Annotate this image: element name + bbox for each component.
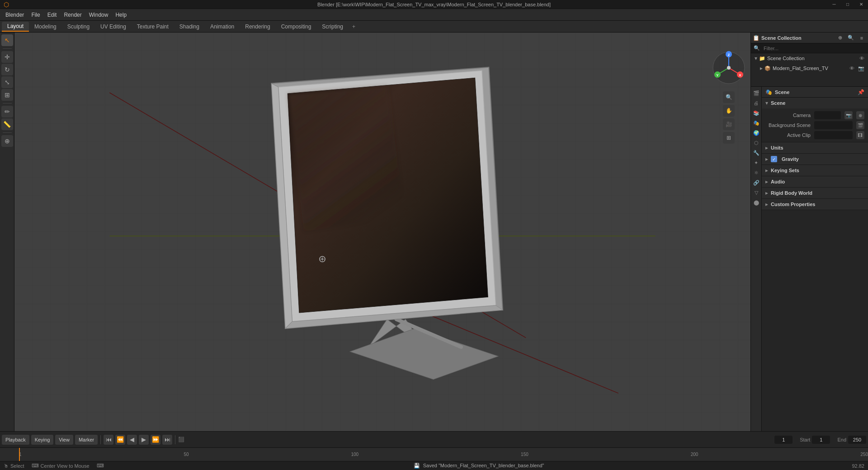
svg-marker-4 — [350, 329, 498, 380]
visibility-icon[interactable]: 👁 — [859, 56, 864, 61]
tab-scripting[interactable]: Scripting — [316, 22, 349, 31]
menu-file[interactable]: File — [28, 11, 43, 19]
outliner-collapse-btn[interactable]: ≡ — [857, 33, 866, 42]
playback-menu-btn[interactable]: Playback — [2, 435, 29, 445]
camera-value[interactable] — [814, 111, 841, 119]
prop-icon-material[interactable]: ⬤ — [752, 198, 761, 207]
tool-move[interactable]: ✛ — [1, 51, 13, 63]
camera-browse-btn[interactable]: 📷 — [844, 111, 853, 119]
outliner-item-scene-collection[interactable]: ▾ 📁 Scene Collection 👁 — [751, 53, 868, 63]
pan-btn[interactable]: ✋ — [723, 105, 735, 117]
right-panel: 📋 Scene Collection ⊕ 🔍 ≡ 🔍 ▾ 📁 Scene Col… — [750, 33, 868, 431]
tool-annotate[interactable]: ✏ — [1, 106, 13, 118]
status-bar: 🖱 Select ⌨ Center View to Mouse ⌨ 💾 Save… — [0, 461, 868, 470]
tool-separator-3 — [3, 132, 12, 133]
prop-icon-constraints[interactable]: 🔗 — [752, 178, 761, 187]
status-select: 🖱 Select — [4, 463, 24, 469]
orthographic-btn[interactable]: ⊞ — [723, 132, 735, 144]
window-controls: ─ □ ✕ — [827, 0, 868, 9]
tool-rotate[interactable]: ↻ — [1, 64, 13, 75]
background-scene-btn[interactable]: 🎬 — [856, 121, 864, 129]
camera-new-btn[interactable]: ⊕ — [856, 111, 864, 119]
tab-compositing[interactable]: Compositing — [276, 22, 317, 31]
units-section-header[interactable]: ▸ Units — [762, 142, 868, 153]
close-button[interactable]: ✕ — [854, 0, 868, 9]
prop-icon-data[interactable]: ▽ — [752, 188, 761, 197]
tool-add[interactable]: ⊕ — [1, 135, 13, 147]
gravity-section-header[interactable]: ▸ Gravity — [762, 154, 868, 164]
tool-measure[interactable]: 📏 — [1, 118, 13, 130]
prop-icon-particles[interactable]: ✦ — [752, 158, 761, 167]
frame-indicator — [19, 448, 20, 461]
prop-icon-output[interactable]: 🖨 — [752, 99, 761, 108]
zoom-in-btn[interactable]: 🔍 — [723, 91, 735, 103]
tab-uv-editing[interactable]: UV Editing — [95, 22, 132, 31]
prop-icon-object[interactable]: ⬡ — [752, 138, 761, 147]
keying-sets-section-header[interactable]: ▸ Keying Sets — [762, 165, 868, 176]
outliner-filter-btn[interactable]: ⊕ — [835, 33, 844, 42]
menu-window[interactable]: Window — [85, 11, 112, 19]
start-frame-input[interactable]: 1 — [812, 436, 830, 444]
frame-num-200: 200 — [691, 452, 698, 457]
viewport-canvas[interactable] — [14, 33, 750, 431]
outliner-search-input[interactable] — [762, 45, 865, 52]
prop-icon-physics[interactable]: ⚛ — [752, 168, 761, 177]
active-clip-btn[interactable]: 🎞 — [856, 131, 864, 139]
keying-menu-btn[interactable]: Keying — [31, 435, 54, 445]
marker-btn[interactable]: Marker — [75, 435, 98, 445]
timeline-view-btn[interactable]: View — [55, 435, 73, 445]
prop-icon-world[interactable]: 🌍 — [752, 128, 761, 137]
background-scene-value[interactable] — [814, 121, 853, 129]
chevron-right-icon: ▾ — [755, 55, 757, 61]
next-frame-btn[interactable]: ⏩ — [151, 435, 160, 445]
tab-shading[interactable]: Shading — [174, 22, 205, 31]
jump-start-btn[interactable]: ⏮ — [104, 435, 113, 445]
reverse-play-btn[interactable]: ◀ — [127, 435, 137, 445]
menu-render[interactable]: Render — [60, 11, 85, 19]
add-workspace-button[interactable]: + — [349, 22, 359, 31]
maximize-button[interactable]: □ — [841, 0, 854, 9]
menu-blender[interactable]: Blender — [2, 11, 28, 19]
viewport[interactable]: Object Mode ▾ View Select Add Object Glo… — [14, 33, 750, 431]
menu-help[interactable]: Help — [112, 11, 130, 19]
tab-layout[interactable]: Layout — [2, 22, 29, 32]
frame-bar[interactable]: 1 50 100 150 200 250 — [0, 447, 868, 461]
tab-sculpting[interactable]: Sculpting — [62, 22, 95, 31]
scene-section-header[interactable]: ▾ Scene — [762, 98, 868, 108]
rigid-body-section-header[interactable]: ▸ Rigid Body World — [762, 188, 868, 198]
audio-section-header[interactable]: ▸ Audio — [762, 176, 868, 187]
menu-edit[interactable]: Edit — [44, 11, 61, 19]
minimize-button[interactable]: ─ — [827, 0, 841, 9]
end-frame-input[interactable]: 250 — [848, 436, 866, 444]
version-info: 92.82 — [852, 463, 864, 469]
tab-animation[interactable]: Animation — [205, 22, 240, 31]
tab-rendering[interactable]: Rendering — [240, 22, 275, 31]
mouse-icon: 🖱 — [4, 463, 9, 469]
tab-texture-paint[interactable]: Texture Paint — [132, 22, 174, 31]
playback-label: Playback — [5, 437, 26, 442]
tab-modeling[interactable]: Modeling — [29, 22, 62, 31]
prev-frame-btn[interactable]: ⏪ — [115, 435, 125, 445]
prop-icon-render[interactable]: 🎬 — [752, 89, 761, 98]
frame-num-150: 150 — [521, 452, 528, 457]
prop-icon-scene[interactable]: 🎭 — [752, 118, 761, 127]
tv-visibility-icon[interactable]: 👁 — [849, 66, 854, 71]
frame-indicator-icon: ⬛ — [178, 437, 184, 442]
outliner-search-btn[interactable]: 🔍 — [846, 33, 855, 42]
custom-section-header[interactable]: ▸ Custom Properties — [762, 199, 868, 210]
tool-scale[interactable]: ⤡ — [1, 76, 13, 88]
tv-render-icon[interactable]: 📷 — [858, 66, 864, 71]
tool-transform[interactable]: ⊞ — [1, 89, 13, 101]
active-clip-value[interactable] — [814, 131, 853, 139]
prop-icon-modifier[interactable]: 🔧 — [752, 148, 761, 157]
gravity-checkbox[interactable] — [771, 156, 777, 162]
outliner-item-tv[interactable]: ▸ 📦 Modern_Flat_Screen_TV 👁 📷 — [751, 63, 868, 73]
camera-view-btn[interactable]: 🎥 — [723, 118, 735, 130]
tool-select[interactable]: ↖ — [1, 34, 13, 46]
orientation-gizmo[interactable]: Z X Y — [711, 50, 747, 86]
prop-panel-pin-btn[interactable]: 📌 — [857, 89, 864, 96]
prop-icon-view-layer[interactable]: 📚 — [752, 108, 761, 118]
jump-end-btn[interactable]: ⏭ — [162, 435, 172, 445]
play-btn[interactable]: ▶ — [139, 435, 149, 445]
current-frame-input[interactable]: 1 — [774, 436, 793, 444]
